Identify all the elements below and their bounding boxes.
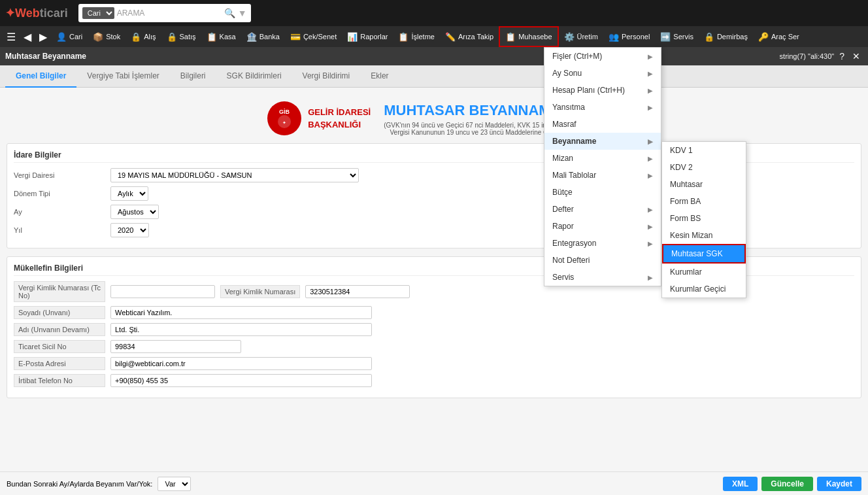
window-title: Muhtasar Beyanname: [5, 52, 86, 61]
tab-vergi-bildirimi[interactable]: Vergi Bildirimi: [292, 65, 361, 88]
nav-cari[interactable]: 👤 Cari: [51, 26, 88, 47]
nav-muhasebe[interactable]: 📋 Muhasebe: [499, 26, 558, 47]
irtibat-label: İrtibat Telefon No: [14, 374, 105, 387]
menu-entegrasyon[interactable]: Entegrasyon ▶: [544, 235, 661, 252]
muhasebe-dropdown: Fişler (Ctrl+M) ▶ Ay Sonu ▶ Hesap Planı …: [544, 47, 661, 286]
search-dropdown[interactable]: Cari: [82, 7, 114, 19]
nav-forward[interactable]: ▶: [35, 26, 51, 47]
tab-genel-bilgiler[interactable]: Genel Bilgiler: [5, 65, 76, 88]
yansitma-arrow: ▶: [648, 104, 653, 111]
eposta-input[interactable]: [110, 357, 372, 370]
search-container: Cari 🔍 ▼: [78, 4, 251, 22]
menu-fisler[interactable]: Fişler (Ctrl+M) ▶: [544, 48, 661, 65]
menu-not-defteri[interactable]: Not Defteri: [544, 252, 661, 269]
nav-uretim[interactable]: ⚙️ Üretim: [559, 26, 603, 47]
top-bar: ✦Webticari Cari 🔍 ▼: [0, 0, 868, 26]
tab-bar: Genel Bilgiler Vergiye Tabi İşlemler Bil…: [0, 65, 868, 88]
menu-mali-tablolar[interactable]: Mali Tablolar ▶: [544, 167, 661, 184]
help-button[interactable]: ?: [837, 51, 847, 61]
eposta-row: E-Posta Adresi: [14, 357, 854, 370]
menu-hesap-plani[interactable]: Hesap Planı (Ctrl+H) ▶: [544, 82, 661, 99]
nav-servis[interactable]: ➡️ Servis: [655, 26, 699, 47]
menu-mizan[interactable]: Mizan ▶: [544, 150, 661, 167]
servis-arrow: ▶: [648, 274, 653, 281]
submenu-muhtasar-sgk[interactable]: Muhtasar SGK: [662, 244, 746, 264]
submenu-kdv1[interactable]: KDV 1: [662, 142, 746, 159]
submenu-muhtasar[interactable]: Muhtasar: [662, 176, 746, 193]
menu-rapor[interactable]: Rapor ▶: [544, 218, 661, 235]
hesap-plani-arrow: ▶: [648, 87, 653, 94]
muhasebe-icon: 📋: [505, 32, 516, 42]
vergi-dairesi-select[interactable]: 19 MAYIS MAL MÜDÜRLÜĞÜ - SAMSUN: [110, 168, 359, 182]
nav-stok[interactable]: 📦 Stok: [88, 26, 125, 47]
rapor-arrow: ▶: [648, 223, 653, 230]
nav-bar: ☰ ◀ ▶ 👤 Cari 📦 Stok 🔒 Alış 🔒 Satış 📋 Kas…: [0, 26, 868, 47]
satis-icon: 🔒: [167, 32, 177, 42]
tab-vergiye-tabi[interactable]: Vergiye Tabi İşlemler: [76, 65, 170, 88]
submenu-form-bs[interactable]: Form BS: [662, 210, 746, 227]
menu-yansitma[interactable]: Yansıtma ▶: [544, 99, 661, 116]
irtibat-row: İrtibat Telefon No: [14, 374, 854, 387]
ay-label: Ay: [14, 208, 105, 216]
yil-select[interactable]: 2020: [110, 223, 149, 237]
nav-isletme[interactable]: 📋 İşletme: [393, 26, 439, 47]
nav-back[interactable]: ◀: [20, 26, 35, 47]
menu-butce[interactable]: Bütçe: [544, 184, 661, 201]
ticaret-sicil-input[interactable]: [110, 340, 241, 353]
adi-row: Adı (Unvanın Devamı): [14, 323, 854, 336]
nav-kasa[interactable]: 📋 Kasa: [201, 26, 241, 47]
submenu-kurumlar[interactable]: Kurumlar: [662, 264, 746, 281]
nav-cek-senet[interactable]: 💳 Çek/Senet: [285, 26, 342, 47]
adi-input[interactable]: [110, 323, 372, 336]
vkn-input[interactable]: [305, 285, 410, 298]
menu-toggle[interactable]: ☰: [3, 26, 20, 47]
soyadi-row: Soyadı (Unvanı): [14, 306, 854, 319]
nav-banka[interactable]: 🏦 Banka: [241, 26, 285, 47]
submenu-kdv2[interactable]: KDV 2: [662, 159, 746, 176]
alis-icon: 🔒: [131, 32, 141, 42]
donem-tipi-select[interactable]: Aylık: [110, 186, 148, 201]
nav-alis[interactable]: 🔒 Alış: [125, 26, 161, 47]
vergi-dairesi-label: Vergi Dairesi: [14, 171, 105, 179]
ariza-icon: ✏️: [445, 32, 456, 42]
tab-sgk[interactable]: SGK Bildirimleri: [216, 65, 292, 88]
nav-satis[interactable]: 🔒 Satış: [161, 26, 201, 47]
servis-icon: ➡️: [660, 32, 671, 42]
submenu-kesin-mizan[interactable]: Kesin Mizan: [662, 227, 746, 244]
raporlar-icon: 📊: [347, 32, 358, 42]
menu-defter[interactable]: Defter ▶: [544, 201, 661, 218]
ticaret-sicil-label: Ticaret Sicil No: [14, 340, 105, 353]
nav-arac-servis[interactable]: 🔑 Araç Ser: [753, 26, 805, 47]
nav-raporlar[interactable]: 📊 Raporlar: [342, 26, 393, 47]
menu-masraf[interactable]: Masraf: [544, 116, 661, 133]
submenu-kurumlar-gecici[interactable]: Kurumlar Geçici: [662, 281, 746, 298]
menu-ay-sonu[interactable]: Ay Sonu ▶: [544, 65, 661, 82]
irtibat-input[interactable]: [110, 374, 372, 387]
ay-select[interactable]: Ağustos: [110, 205, 159, 219]
soyadi-label: Soyadı (Unvanı): [14, 306, 105, 319]
search-button[interactable]: 🔍: [224, 8, 235, 18]
banka-icon: 🏦: [246, 32, 257, 42]
nav-personel[interactable]: 👥 Personel: [603, 26, 655, 47]
tab-ekler[interactable]: Ekler: [360, 65, 399, 88]
menu-beyanname[interactable]: Beyanname ▶: [544, 133, 661, 150]
cek-icon: 💳: [290, 32, 301, 42]
search-input[interactable]: [117, 9, 222, 18]
uretim-icon: ⚙️: [564, 32, 575, 42]
soyadi-input[interactable]: [110, 306, 372, 319]
vkn-tc-input[interactable]: [110, 285, 215, 298]
beyanname-submenu: KDV 1 KDV 2 Muhtasar Form BA Form BS Kes…: [661, 141, 746, 298]
header-area: GİB ✦ GELİR İDARESİ BAŞKANLIĞI MUHTASAR …: [7, 94, 861, 143]
submenu-form-ba[interactable]: Form BA: [662, 193, 746, 210]
close-button[interactable]: ✕: [850, 51, 863, 61]
yil-label: Yıl: [14, 226, 105, 234]
vkn-label: Vergi Kimlik Numarası: [220, 285, 300, 298]
gelir-logo: GİB ✦ GELİR İDARESİ BAŞKANLIĞI: [267, 101, 371, 137]
nav-demirbaş[interactable]: 🔒 Demirbaş: [699, 26, 753, 47]
adi-label: Adı (Unvanın Devamı): [14, 323, 105, 336]
filter-button[interactable]: ▼: [238, 8, 247, 18]
nav-ariza[interactable]: ✏️ Arıza Takip: [440, 26, 499, 47]
tab-bilgileri[interactable]: Bilgileri: [170, 65, 216, 88]
demirbaş-icon: 🔒: [704, 32, 714, 42]
menu-servis[interactable]: Servis ▶: [544, 269, 661, 286]
